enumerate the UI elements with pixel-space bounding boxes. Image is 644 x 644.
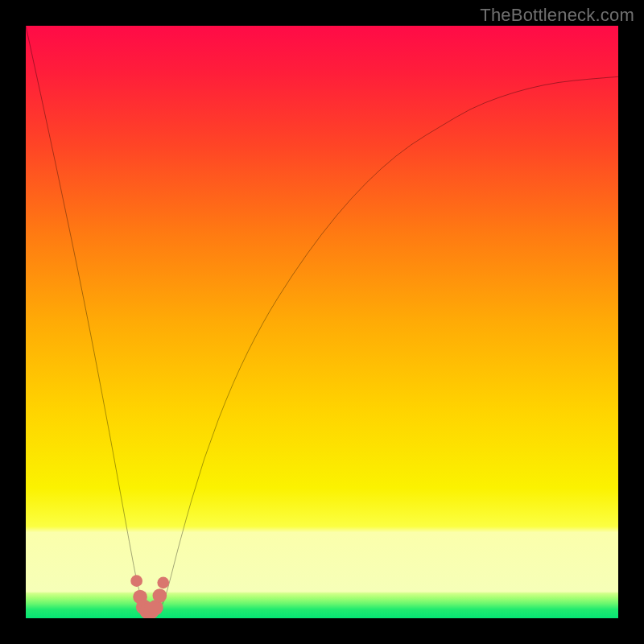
watermark-text: TheBottleneck.com [480,5,634,26]
plot-area [26,26,618,618]
chart-frame: TheBottleneck.com [0,0,644,644]
minimum-marker-dot [157,576,169,588]
minimum-marker-dot [130,575,142,587]
bottleneck-curve [26,26,618,613]
minimum-marker-dot [153,588,167,603]
minimum-markers [130,575,169,618]
curve-layer [26,26,618,618]
